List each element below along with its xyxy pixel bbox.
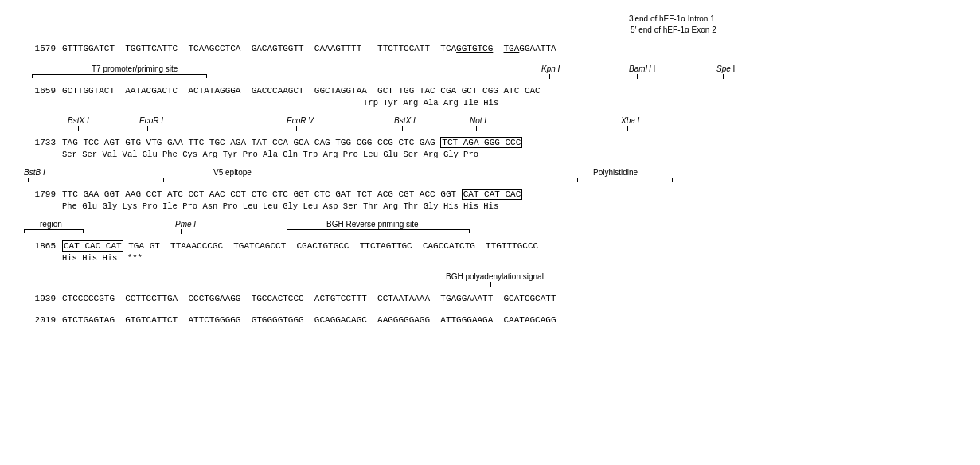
- seq-row-1579: 1579 GTTTGGATCT TGGTTCATTC TCAAGCCTCA GA…: [24, 43, 956, 55]
- seq-dna-1865: CAT CAC CAT TGA GT TTAAACCCGC TGATCAGCCT…: [62, 240, 538, 252]
- seq-row-2019: 2019 GTCTGAGTAG GTGTCATTCT ATTCTGGGGG GT…: [24, 315, 956, 326]
- kpn-label: Kpn I: [541, 64, 560, 73]
- amino-1865: His His His ***: [24, 253, 956, 264]
- spe-tick: [723, 74, 724, 79]
- seq-dna-1733: TAG TCC AGT GTG VTG GAA TTC TGC AGA TAT …: [62, 137, 522, 149]
- ecorv-tick: [296, 126, 297, 131]
- bamh-label: BamH I: [629, 64, 655, 73]
- bgh-rev-bracket: [287, 229, 470, 233]
- bstx1-label-1: BstX I: [68, 116, 89, 125]
- seq-num-1659: 1659: [24, 85, 56, 97]
- seq-dna-1659: GCTTGGTACT AATACGACTC ACTATAGGGA GACCCAA…: [62, 85, 541, 97]
- sequence-diagram: 3′end of hEF-1α Intron 1 5′ end of hEF-1…: [16, 8, 964, 333]
- seq-num-1579: 1579: [24, 43, 56, 55]
- t7-label: T7 promoter/priming site: [92, 64, 178, 73]
- polyh-label: Polyhistidine: [593, 168, 638, 177]
- v5-bracket: [163, 178, 318, 182]
- seq-num-2019: 2019: [24, 315, 56, 326]
- xba1-label: Xba I: [621, 116, 639, 125]
- region-label: region: [40, 220, 62, 229]
- seq-row-1939: 1939 CTCCCCCGTG CCTTCCTTGA CCCTGGAAGG TG…: [24, 293, 956, 305]
- seq-dna-1799: TTC GAA GGT AAG CCT ATC CCT AAC CCT CTC …: [62, 189, 522, 201]
- bstb-tick: [28, 178, 29, 182]
- bgh-poly-tick: [490, 282, 491, 287]
- not1-tick: [476, 126, 477, 131]
- annotation-1865: region Pme I BGH Reverse priming site: [24, 218, 956, 240]
- bstx1-tick-2: [402, 126, 403, 131]
- seq-row-1733: 1733 TAG TCC AGT GTG VTG GAA TTC TGC AGA…: [24, 137, 956, 149]
- ecorv-label: EcoR V: [287, 116, 314, 125]
- pmei-tick: [181, 229, 182, 234]
- seq-row-1865: 1865 CAT CAC CAT TGA GT TTAAACCCGC TGATC…: [24, 240, 956, 252]
- pmei-label: Pme I: [175, 220, 196, 229]
- ecor1-label: EcoR I: [139, 116, 163, 125]
- bgh-rev-label: BGH Reverse priming site: [326, 220, 419, 229]
- seq-dna-2019: GTCTGAGTAG GTGTCATTCT ATTCTGGGGG GTGGGGT…: [62, 315, 556, 326]
- annotation-1579-top: 3′end of hEF-1α Intron 1 5′ end of hEF-1…: [24, 14, 956, 43]
- seq-num-1799: 1799: [24, 189, 56, 201]
- spe-label: Spe I: [716, 64, 735, 73]
- polyh-bracket: [577, 178, 673, 182]
- bamh-tick: [637, 74, 638, 79]
- xba1-tick: [627, 126, 628, 131]
- ecor1-tick: [147, 126, 148, 131]
- annotation-1659: T7 promoter/priming site Kpn I BamH I Sp…: [24, 63, 956, 85]
- v5-label: V5 epitope: [213, 168, 252, 177]
- bstx1-tick-1: [78, 126, 79, 131]
- annotation-1939: BGH polyadenylation signal: [24, 271, 956, 293]
- seq-dna-1579: GTTTGGATCT TGGTTCATTC TCAAGCCTCA GACAGTG…: [62, 43, 556, 55]
- seq-num-1733: 1733: [24, 137, 56, 149]
- seq-row-1659: 1659 GCTTGGTACT AATACGACTC ACTATAGGGA GA…: [24, 85, 956, 97]
- t7-bracket: [32, 74, 207, 78]
- bstb-label: BstB I: [24, 168, 45, 177]
- annotation-1799: BstB I V5 epitope Polyhistidine: [24, 166, 956, 189]
- seq-row-1799: 1799 TTC GAA GGT AAG CCT ATC CCT AAC CCT…: [24, 189, 956, 201]
- annotation-1733: BstX I EcoR I EcoR V BstX I Not I Xba I: [24, 115, 956, 137]
- amino-1799: Phe Glu Gly Lys Pro Ile Pro Asn Pro Leu …: [24, 201, 956, 213]
- intron-label: 3′end of hEF-1α Intron 1: [629, 14, 715, 23]
- amino-1733: Ser Ser Val Val Glu Phe Cys Arg Tyr Pro …: [24, 150, 956, 161]
- kpn-tick: [549, 74, 550, 79]
- bgh-poly-label: BGH polyadenylation signal: [446, 272, 544, 281]
- exon-label: 5′ end of hEF-1α Exon 2: [631, 25, 716, 34]
- bstx1-label-2: BstX I: [394, 116, 416, 125]
- seq-dna-1939: CTCCCCCGTG CCTTCCTTGA CCCTGGAAGG TGCCACT…: [62, 293, 556, 305]
- amino-1659: Trp Tyr Arg Ala Arg Ile His: [24, 98, 956, 109]
- seq-num-1939: 1939: [24, 293, 56, 305]
- not1-label: Not I: [470, 116, 486, 125]
- region-bracket: [24, 229, 84, 233]
- seq-num-1865: 1865: [24, 240, 56, 252]
